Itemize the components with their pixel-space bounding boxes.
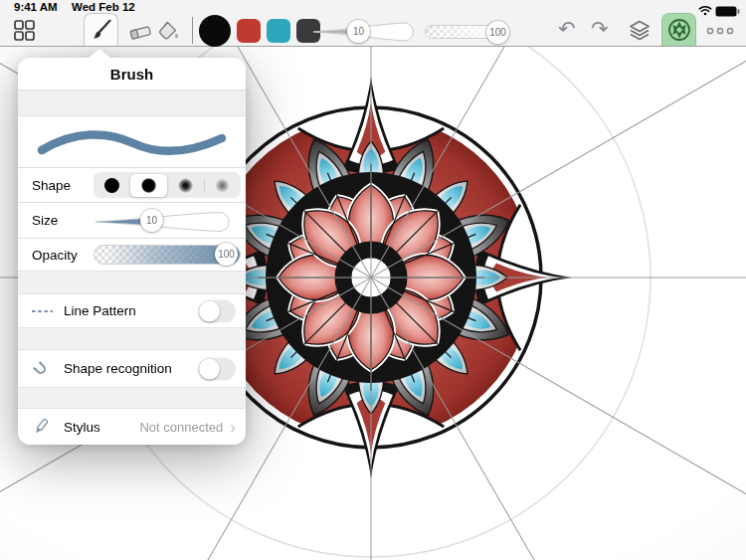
status-time: 9:41 AM (14, 1, 58, 13)
stylus-row[interactable]: Stylus Not connected › (18, 409, 246, 445)
ellipsis-icon (704, 26, 738, 36)
more-button[interactable] (704, 26, 738, 36)
color-swatch-black-selected[interactable] (199, 15, 231, 47)
brush-icon (90, 18, 113, 42)
symmetry-button-active[interactable] (661, 13, 696, 46)
stroke-preview-icon (30, 118, 234, 166)
eraser-icon (127, 22, 153, 42)
shape-option-softest[interactable] (205, 172, 241, 198)
paint-bucket-icon (156, 19, 182, 45)
toggle-knob (199, 358, 220, 379)
toolbar-size-slider[interactable]: 10 (311, 17, 421, 45)
panel-gap (18, 271, 246, 294)
drawing-app: Brush Shape Size (0, 0, 746, 560)
hard-dot-icon (104, 178, 119, 193)
size-row: Size 10 (18, 203, 246, 239)
magnet-icon (31, 359, 55, 379)
opacity-row: Opacity 100 (18, 239, 246, 271)
softer-dot-icon (178, 178, 193, 193)
brush-stroke-preview (18, 116, 246, 168)
opacity-slider-thumb[interactable]: 100 (215, 243, 238, 266)
line-pattern-toggle[interactable] (198, 299, 236, 322)
chevron-right-icon: › (230, 421, 236, 434)
panel-band (18, 91, 246, 116)
stylus-status: Not connected › (139, 420, 236, 435)
mandala-symmetry-icon (666, 17, 692, 43)
dashed-line-icon (31, 307, 55, 315)
panel-title: Brush (18, 58, 246, 91)
grid-icon (12, 18, 36, 42)
brush-shape-segmented-control (93, 172, 241, 198)
shape-option-soft-selected[interactable] (130, 174, 166, 197)
undo-button[interactable]: ↶ (558, 19, 576, 39)
fill-tool-button[interactable] (156, 19, 182, 45)
color-swatch-teal[interactable] (267, 19, 290, 43)
toolbar-opacity-slider[interactable]: 100 (425, 25, 509, 39)
line-pattern-row: Line Pattern (18, 294, 246, 327)
line-pattern-label: Line Pattern (64, 303, 136, 318)
shape-option-hard[interactable] (93, 172, 129, 198)
shape-recognition-row: Shape recognition (18, 350, 246, 387)
toolbar-opacity-thumb[interactable]: 100 (486, 21, 509, 44)
toolbar-divider (192, 17, 193, 44)
size-slider-thumb[interactable]: 10 (140, 209, 163, 232)
popover-arrow (89, 49, 110, 58)
panel-gap (18, 327, 246, 350)
stylus-pencil-icon (31, 417, 55, 437)
stylus-label: Stylus (64, 420, 100, 435)
shape-label: Shape (18, 178, 71, 193)
eraser-tool-button[interactable] (127, 22, 153, 42)
layers-button[interactable] (628, 19, 652, 43)
status-date: Wed Feb 12 (72, 1, 135, 13)
panel-gap (18, 387, 246, 409)
wifi-icon (698, 2, 712, 20)
shape-row: Shape (18, 168, 246, 203)
redo-icon: ↷ (591, 19, 609, 39)
toggle-knob (199, 300, 220, 321)
shape-recognition-toggle[interactable] (198, 357, 236, 380)
layers-icon (628, 19, 652, 43)
softest-dot-icon (215, 178, 230, 193)
toolbar-size-thumb[interactable]: 10 (347, 20, 370, 43)
opacity-label: Opacity (18, 248, 78, 263)
shape-option-softer[interactable] (168, 172, 204, 198)
redo-button[interactable]: ↷ (591, 19, 609, 39)
opacity-slider[interactable]: 100 (93, 241, 241, 269)
gallery-button[interactable] (12, 18, 36, 42)
brush-tool-button[interactable] (84, 13, 118, 46)
battery-icon (715, 3, 740, 21)
size-label: Size (18, 213, 58, 228)
brush-popover: Brush Shape Size (18, 49, 246, 445)
top-chrome: 9:41 AM Wed Feb 12 (0, 0, 746, 47)
shape-recognition-label: Shape recognition (64, 361, 172, 376)
color-swatch-red[interactable] (237, 19, 261, 43)
soft-dot-icon (141, 178, 156, 193)
undo-icon: ↶ (558, 19, 576, 39)
size-slider[interactable]: 10 (93, 207, 241, 235)
black-color-circle (199, 15, 231, 47)
